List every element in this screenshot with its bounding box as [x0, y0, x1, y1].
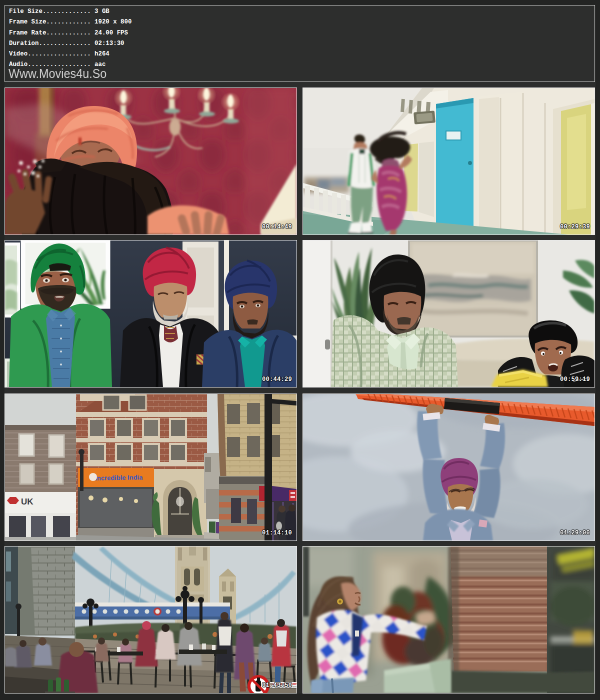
svg-text:Incredible India: Incredible India	[95, 474, 143, 482]
svg-text:UK: UK	[21, 497, 34, 506]
